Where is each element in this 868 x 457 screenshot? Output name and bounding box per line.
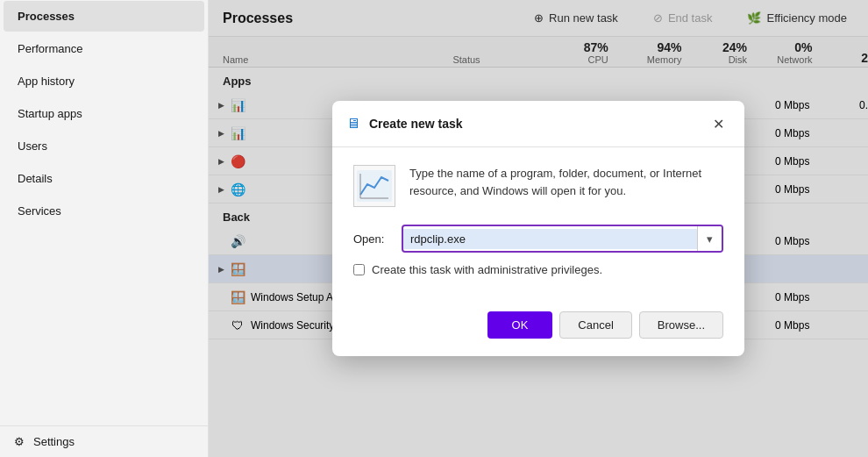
sidebar-item-app-history[interactable]: App history	[4, 66, 204, 96]
ok-button[interactable]: OK	[487, 311, 553, 339]
browse-button[interactable]: Browse...	[639, 311, 723, 339]
dialog-close-button[interactable]: ✕	[706, 111, 730, 136]
svg-rect-0	[357, 170, 392, 202]
sidebar-settings[interactable]: ⚙ Settings	[0, 425, 208, 457]
cancel-button[interactable]: Cancel	[559, 311, 631, 339]
dialog-buttons: OK Cancel Browse...	[332, 311, 744, 356]
dialog-description-text: Type the name of a program, folder, docu…	[409, 165, 723, 199]
sidebar: Processes Performance App history Startu…	[0, 0, 209, 457]
sidebar-item-performance[interactable]: Performance	[4, 33, 204, 64]
users-label: Users	[18, 139, 47, 153]
performance-label: Performance	[18, 42, 82, 55]
create-new-task-dialog: 🖥 Create new task ✕ Type	[332, 101, 744, 356]
dialog-body: Type the name of a program, folder, docu…	[332, 147, 744, 311]
dialog-open-row: Open: ▾	[353, 225, 723, 253]
main-content: Processes ⊕ Run new task ⊘ End task 🌿 Ef…	[209, 0, 868, 457]
dialog-open-input-wrap: ▾	[402, 225, 723, 253]
sidebar-item-details[interactable]: Details	[4, 163, 204, 194]
arrow-annotation	[332, 305, 350, 349]
sidebar-item-services[interactable]: Services	[4, 196, 204, 226]
dialog-dropdown-button[interactable]: ▾	[697, 226, 722, 251]
sidebar-item-startup-apps[interactable]: Startup apps	[4, 98, 204, 129]
settings-label: Settings	[33, 435, 75, 448]
app-history-label: App history	[18, 75, 75, 88]
dialog-description-row: Type the name of a program, folder, docu…	[353, 165, 723, 207]
admin-privileges-label: Create this task with administrative pri…	[372, 263, 602, 276]
dialog-open-label: Open:	[353, 232, 393, 246]
chart-icon	[357, 170, 392, 202]
dialog-desc-icon	[353, 165, 395, 207]
sidebar-item-processes[interactable]: Processes	[4, 1, 204, 32]
dialog-title-text: Create new task	[369, 117, 697, 131]
details-label: Details	[18, 172, 53, 185]
startup-apps-label: Startup apps	[18, 107, 82, 120]
dialog-checkbox-row: Create this task with administrative pri…	[353, 263, 723, 276]
dialog-open-input[interactable]	[403, 229, 697, 249]
dialog-titlebar: 🖥 Create new task ✕	[332, 101, 744, 147]
gear-icon: ⚙	[14, 435, 25, 448]
sidebar-item-users[interactable]: Users	[4, 131, 204, 161]
admin-privileges-checkbox[interactable]	[353, 264, 365, 275]
processes-label: Processes	[18, 10, 75, 23]
dialog-overlay: 🖥 Create new task ✕ Type	[209, 0, 868, 457]
services-label: Services	[18, 204, 61, 218]
dialog-title-icon: 🖥	[346, 116, 360, 132]
